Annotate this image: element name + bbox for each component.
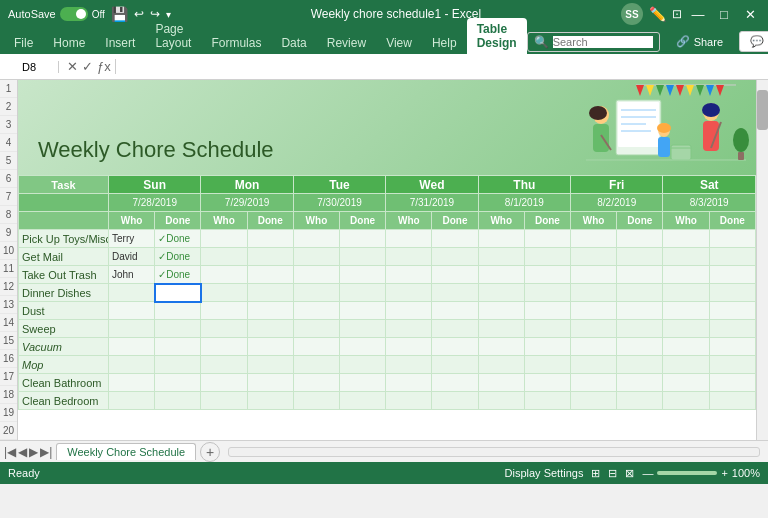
done-cell[interactable]: ✓Done [155,248,201,266]
done-cell[interactable] [155,356,201,374]
empty-cell[interactable] [293,320,339,338]
task-name-cell[interactable]: Clean Bathroom [19,374,109,392]
done-cell[interactable] [155,392,201,410]
empty-cell[interactable] [386,338,432,356]
insert-function-icon[interactable]: ƒx [97,59,111,74]
empty-cell[interactable] [478,338,524,356]
display-settings[interactable]: Display Settings [505,467,584,479]
task-name-cell[interactable]: Pick Up Toys/Misc [19,230,109,248]
empty-cell[interactable] [571,248,617,266]
empty-cell[interactable] [617,248,663,266]
empty-cell[interactable] [201,392,247,410]
tab-review[interactable]: Review [317,32,376,54]
empty-cell[interactable] [663,230,709,248]
empty-cell[interactable] [663,248,709,266]
empty-cell[interactable] [524,248,570,266]
autosave-toggle[interactable] [60,7,88,21]
empty-cell[interactable] [386,248,432,266]
empty-cell[interactable] [571,284,617,302]
empty-cell[interactable] [617,266,663,284]
done-cell[interactable] [155,284,201,302]
pen-icon[interactable]: ✏️ [649,6,666,22]
empty-cell[interactable] [293,266,339,284]
view-normal-icon[interactable]: ⊞ [591,467,600,480]
cell-reference[interactable]: D8 [4,61,59,73]
tab-page-layout[interactable]: Page Layout [145,18,201,54]
empty-cell[interactable] [617,230,663,248]
empty-cell[interactable] [432,338,478,356]
empty-cell[interactable] [201,266,247,284]
empty-cell[interactable] [478,284,524,302]
restore-icon[interactable]: ⊡ [672,7,682,21]
empty-cell[interactable] [663,338,709,356]
empty-cell[interactable] [386,374,432,392]
zoom-out-icon[interactable]: — [642,467,653,479]
empty-cell[interactable] [617,302,663,320]
zoom-slider[interactable] [657,471,717,475]
empty-cell[interactable] [247,392,293,410]
done-cell[interactable] [155,302,201,320]
empty-cell[interactable] [293,284,339,302]
tab-data[interactable]: Data [271,32,316,54]
first-tab-icon[interactable]: |◀ [4,445,16,459]
empty-cell[interactable] [663,266,709,284]
empty-cell[interactable] [386,320,432,338]
empty-cell[interactable] [293,302,339,320]
vertical-scrollbar[interactable] [756,80,768,440]
prev-tab-icon[interactable]: ◀ [18,445,27,459]
empty-cell[interactable] [617,374,663,392]
empty-cell[interactable] [432,392,478,410]
empty-cell[interactable] [571,374,617,392]
empty-cell[interactable] [201,320,247,338]
empty-cell[interactable] [617,320,663,338]
tab-view[interactable]: View [376,32,422,54]
empty-cell[interactable] [524,392,570,410]
zoom-control[interactable]: — + 100% [642,467,760,479]
empty-cell[interactable] [386,266,432,284]
task-name-cell[interactable]: Sweep [19,320,109,338]
task-name-cell[interactable]: Clean Bedroom [19,392,109,410]
who-cell[interactable] [109,284,155,302]
empty-cell[interactable] [247,284,293,302]
tab-help[interactable]: Help [422,32,467,54]
empty-cell[interactable] [386,302,432,320]
empty-cell[interactable] [340,356,386,374]
done-cell[interactable]: ✓Done [155,230,201,248]
last-tab-icon[interactable]: ▶| [40,445,52,459]
empty-cell[interactable] [247,230,293,248]
empty-cell[interactable] [663,284,709,302]
tab-home[interactable]: Home [43,32,95,54]
empty-cell[interactable] [571,266,617,284]
scroll-thumb[interactable] [757,90,768,130]
search-input[interactable] [553,36,653,48]
empty-cell[interactable] [709,374,755,392]
empty-cell[interactable] [663,374,709,392]
empty-cell[interactable] [571,230,617,248]
empty-cell[interactable] [709,230,755,248]
empty-cell[interactable] [617,284,663,302]
empty-cell[interactable] [478,320,524,338]
maximize-button[interactable]: □ [714,4,734,24]
task-name-cell[interactable]: Mop [19,356,109,374]
zoom-in-icon[interactable]: + [721,467,727,479]
share-button[interactable]: 🔗 Share [666,32,733,51]
empty-cell[interactable] [524,230,570,248]
empty-cell[interactable] [524,266,570,284]
empty-cell[interactable] [478,374,524,392]
empty-cell[interactable] [663,320,709,338]
close-button[interactable]: ✕ [740,4,760,24]
empty-cell[interactable] [617,392,663,410]
empty-cell[interactable] [386,392,432,410]
empty-cell[interactable] [524,320,570,338]
empty-cell[interactable] [524,302,570,320]
empty-cell[interactable] [340,374,386,392]
empty-cell[interactable] [386,284,432,302]
empty-cell[interactable] [340,338,386,356]
empty-cell[interactable] [709,284,755,302]
task-name-cell[interactable]: Vacuum [19,338,109,356]
tab-file[interactable]: File [4,32,43,54]
empty-cell[interactable] [293,230,339,248]
done-cell[interactable] [155,338,201,356]
empty-cell[interactable] [201,338,247,356]
tab-table-design[interactable]: Table Design [467,18,527,54]
